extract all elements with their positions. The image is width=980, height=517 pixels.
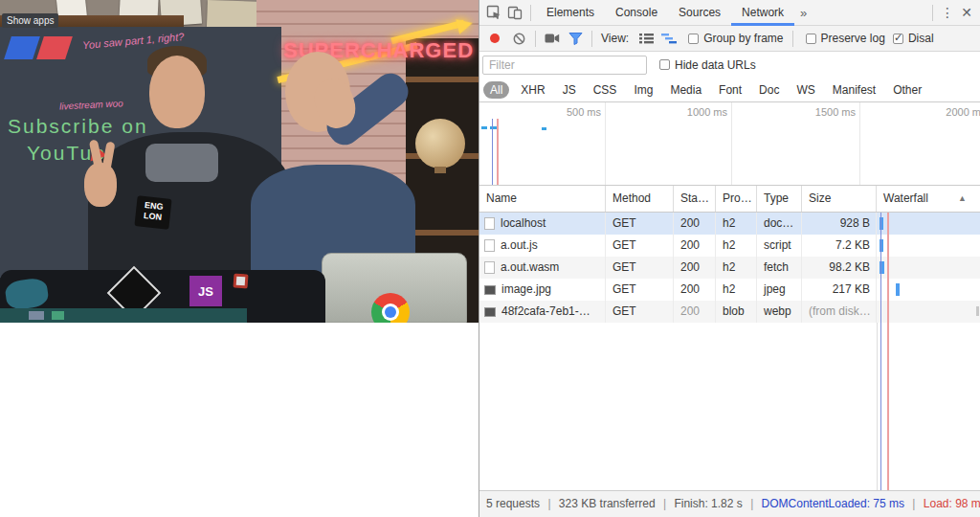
devtools-tabbar: Elements Console Sources Network » ⋮ ✕	[479, 0, 980, 26]
column-header-name[interactable]: Name	[479, 186, 606, 212]
type-filter-css[interactable]: CSS	[588, 81, 623, 99]
type-filter-doc[interactable]: Doc	[753, 81, 785, 99]
request-type: fetch	[757, 257, 802, 279]
finish-time: Finish: 1.82 s	[674, 497, 742, 510]
view-label: View:	[601, 32, 629, 45]
view-list-icon[interactable]	[637, 31, 655, 46]
request-method: GET	[606, 235, 674, 257]
timeline-overview[interactable]: 500 ms 1000 ms 1500 ms 2000 m	[479, 102, 980, 186]
load-time: Load: 98 ms	[924, 497, 980, 510]
video-viewport[interactable]: You saw part 1, right? livestream woo Su…	[0, 0, 479, 323]
gridline	[859, 102, 860, 185]
close-icon[interactable]: ✕	[957, 5, 976, 20]
divider	[932, 5, 933, 21]
chalk-text-subscribe: Subscribe on	[8, 115, 148, 138]
type-filter-other[interactable]: Other	[887, 81, 927, 99]
overview-request-bar	[542, 127, 546, 130]
column-header-size[interactable]: Size	[802, 186, 877, 212]
table-row[interactable]: localhost GET 200 h2 doc… 928 B	[479, 213, 980, 235]
request-protocol: h2	[716, 279, 757, 301]
column-header-method[interactable]: Method	[606, 186, 674, 212]
type-filter-xhr[interactable]: XHR	[515, 81, 550, 99]
divider	[530, 5, 531, 21]
tab-console[interactable]: Console	[605, 0, 668, 26]
person-left-head	[149, 56, 205, 128]
type-filter-all[interactable]: All	[483, 81, 509, 99]
person-left-shirt	[145, 144, 218, 182]
waterfall-bar	[976, 306, 979, 316]
group-by-frame-checkbox[interactable]: ✓	[688, 34, 699, 44]
network-toolbar: View: ✓ Group by frame ✓ Preserve log ✓ …	[479, 26, 980, 52]
inspect-element-icon[interactable]	[483, 3, 504, 22]
request-method: GET	[606, 257, 674, 279]
table-row[interactable]: 48f2cafa-7eb1-… GET 200 blob webp (from …	[479, 301, 980, 323]
waterfall-column-divider	[877, 323, 878, 490]
column-header-status[interactable]: Sta…	[674, 186, 716, 212]
globe	[415, 119, 465, 169]
requests-count: 5 requests	[486, 497, 540, 510]
request-protocol: h2	[716, 213, 757, 235]
screenshot-camera-icon[interactable]	[544, 31, 561, 46]
request-name: localhost	[501, 213, 546, 235]
gridline	[731, 102, 732, 185]
request-type: script	[757, 235, 802, 257]
view-waterfall-icon[interactable]	[660, 31, 678, 46]
tab-network[interactable]: Network	[731, 0, 794, 26]
request-method: GET	[606, 279, 674, 301]
filter-input[interactable]	[482, 56, 647, 75]
transferred-size: 323 KB transferred	[559, 497, 656, 510]
request-status: 200	[674, 235, 716, 257]
type-filter-media[interactable]: Media	[664, 81, 707, 99]
type-filter-img[interactable]: Img	[628, 81, 658, 99]
type-filter-ws[interactable]: WS	[791, 81, 820, 99]
request-size: 98.2 KB	[802, 257, 877, 279]
filter-row: ✓ Hide data URLs	[479, 52, 980, 78]
js-sticker: JS	[189, 276, 222, 306]
tab-sources[interactable]: Sources	[668, 0, 731, 26]
tab-elements[interactable]: Elements	[536, 0, 605, 26]
filter-funnel-icon[interactable]	[567, 31, 584, 46]
dcl-marker-line	[880, 213, 881, 490]
devtools-panel: Elements Console Sources Network » ⋮ ✕	[479, 0, 980, 517]
load-marker-line	[887, 213, 889, 490]
request-type: webp	[757, 301, 802, 323]
request-protocol: blob	[716, 301, 757, 323]
gridline	[605, 102, 606, 185]
hide-data-urls-checkbox[interactable]: ✓	[659, 59, 670, 70]
hide-data-urls-label[interactable]: Hide data URLs	[675, 58, 756, 72]
image-icon	[484, 285, 496, 295]
table-row[interactable]: a.out.js GET 200 h2 script 7.2 KB	[479, 235, 980, 257]
group-by-frame-label[interactable]: Group by frame	[703, 32, 783, 45]
table-row[interactable]: a.out.wasm GET 200 h2 fetch 98.2 KB	[479, 257, 980, 279]
column-header-waterfall[interactable]: Waterfall ▲	[877, 186, 980, 212]
request-status: 200	[674, 213, 716, 235]
timeline-tick: 1500 ms	[815, 106, 859, 118]
person-left-hand	[84, 163, 117, 207]
request-method: GET	[606, 213, 674, 235]
type-filter-font[interactable]: Font	[713, 81, 747, 99]
type-filter-js[interactable]: JS	[557, 81, 582, 99]
disable-cache-label[interactable]: Disal	[908, 32, 934, 45]
devtools-menu-icon[interactable]: ⋮	[938, 5, 957, 20]
request-name: 48f2cafa-7eb1-…	[501, 301, 590, 323]
request-type: jpeg	[757, 279, 802, 301]
timeline-tick: 500 ms	[567, 106, 605, 118]
preserve-log-label[interactable]: Preserve log	[821, 32, 885, 45]
request-status: 200	[674, 257, 716, 279]
preserve-log-checkbox[interactable]: ✓	[806, 34, 816, 44]
clear-icon[interactable]	[510, 31, 527, 46]
overview-request-bar	[481, 126, 487, 129]
column-header-protocol[interactable]: Pro…	[716, 186, 757, 212]
column-header-type[interactable]: Type	[757, 186, 802, 212]
globe-stand	[434, 167, 446, 173]
request-status: 200	[674, 301, 716, 323]
hoodie-patch: ENG LON	[134, 195, 171, 230]
table-row[interactable]: image.jpg GET 200 h2 jpeg 217 KB	[479, 279, 980, 301]
more-tabs-icon[interactable]: »	[794, 6, 813, 20]
record-icon[interactable]	[490, 34, 500, 43]
device-toolbar-icon[interactable]	[504, 3, 525, 22]
request-size: 7.2 KB	[802, 235, 877, 257]
type-filter-manifest[interactable]: Manifest	[827, 81, 881, 99]
disable-cache-checkbox[interactable]: ✓	[893, 34, 903, 44]
load-marker-line	[497, 119, 499, 185]
